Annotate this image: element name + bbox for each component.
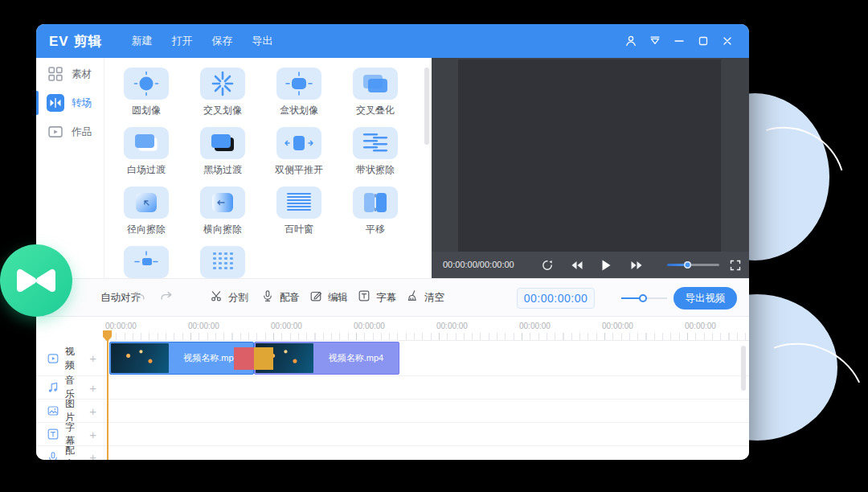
transitions-scrollbar[interactable] <box>424 68 429 145</box>
video-preview-area <box>432 58 749 252</box>
track-row-image: 图片+ <box>36 400 749 423</box>
track-header: 图片+ <box>36 400 104 422</box>
text-t-icon <box>358 289 371 305</box>
clear-button[interactable]: 清空 <box>406 279 444 316</box>
transition-circle-wipe[interactable]: 圆划像 <box>124 68 200 117</box>
transition-cross-dissolve[interactable]: 交叉叠化 <box>353 68 429 117</box>
clip-thumbnail <box>111 343 169 373</box>
timeline-zoom-knob[interactable] <box>639 294 647 302</box>
sidebar-item-label: 作品 <box>72 125 92 139</box>
mosaic-icon <box>200 246 245 278</box>
ruler-label: 00:00:00 <box>271 322 302 330</box>
menu-item[interactable]: 打开 <box>171 34 192 48</box>
edit-button[interactable]: 编辑 <box>309 279 348 316</box>
transition-white-fade[interactable]: 白场过渡 <box>124 127 200 177</box>
track-body[interactable] <box>104 423 749 445</box>
transition-mosaic[interactable] <box>200 246 276 278</box>
fullscreen-icon[interactable] <box>729 252 742 278</box>
ruler-ticks <box>104 333 749 340</box>
video-clip-1[interactable]: 视频名称.mp4 <box>109 342 254 375</box>
timeline-vertical-scrollbar[interactable] <box>741 346 746 391</box>
main-content-row: 素材转场作品 圆划像交叉划像盒状划像交叉叠化白场过渡黑场过渡双侧平推开带状擦除径… <box>36 58 749 278</box>
transition-box-wipe[interactable]: 盒状划像 <box>276 68 353 117</box>
pan-icon <box>353 187 398 219</box>
menu-item[interactable]: 保存 <box>211 34 232 48</box>
white-fade-icon <box>124 127 169 159</box>
edit-toolbar: 自动对齐 分割 配音 编辑 字幕 清空 00:00:00:00 <box>36 278 749 317</box>
play-icon[interactable] <box>600 252 612 278</box>
transition-radial-wipe[interactable]: 径向擦除 <box>124 187 200 236</box>
black-fade-icon <box>200 127 245 159</box>
band-wipe-icon <box>353 127 398 159</box>
playhead-line <box>107 336 108 460</box>
transition-band-wipe[interactable]: 带状擦除 <box>353 127 429 177</box>
add-track-button[interactable]: + <box>89 450 96 460</box>
track-body[interactable]: 视频名称.mp4视频名称.mp4 <box>104 341 749 375</box>
timecode-display: 00:00:00:00 <box>517 288 595 309</box>
timeline-ruler[interactable]: 00:00:0000:00:0000:00:0000:00:0000:00:00… <box>104 317 749 341</box>
sidebar-item-transition[interactable]: 转场 <box>36 88 104 117</box>
transition-cross-wipe[interactable]: 交叉划像 <box>200 68 276 117</box>
scissors-icon <box>210 289 223 305</box>
dub-label: 配音 <box>280 291 300 305</box>
transition-push-open[interactable]: 双侧平推开 <box>276 127 353 177</box>
split-button[interactable]: 分割 <box>210 279 248 316</box>
export-video-button[interactable]: 导出视频 <box>674 287 737 310</box>
transition-push-out[interactable] <box>124 246 200 278</box>
window-controls <box>624 24 734 58</box>
transition-pan[interactable]: 平移 <box>353 187 429 236</box>
dub-button[interactable]: 配音 <box>261 279 300 316</box>
track-body[interactable] <box>104 376 749 399</box>
minimize-icon[interactable] <box>673 35 686 47</box>
transition-marker-orange[interactable] <box>254 347 273 370</box>
redo-button[interactable] <box>160 279 174 316</box>
horizontal-wipe-icon <box>200 187 245 219</box>
add-track-button[interactable]: + <box>89 404 96 418</box>
transition-horizontal-wipe[interactable]: 横向擦除 <box>200 187 276 236</box>
track-body[interactable] <box>104 400 749 422</box>
add-track-button[interactable]: + <box>89 381 96 395</box>
video-clip-2[interactable]: 视频名称.mp4 <box>254 342 399 375</box>
transition-label: 黑场过渡 <box>190 163 255 177</box>
loop-icon[interactable] <box>541 252 554 278</box>
track-row-music: 音乐+ <box>36 376 749 400</box>
menu-item[interactable]: 导出 <box>252 34 272 48</box>
subtitle-button[interactable]: 字幕 <box>358 279 396 316</box>
timeline-zoom-slider[interactable] <box>621 297 667 299</box>
fast-forward-icon[interactable] <box>629 252 644 278</box>
transition-label: 径向擦除 <box>114 223 178 236</box>
add-track-button[interactable]: + <box>89 351 96 365</box>
main-menu: 新建打开保存导出 <box>131 34 272 48</box>
user-account-icon[interactable] <box>624 35 637 47</box>
track-body[interactable] <box>104 446 749 460</box>
transition-label: 交叉划像 <box>190 104 255 117</box>
sidebar-item-works[interactable]: 作品 <box>36 117 104 146</box>
ruler-label: 00:00:00 <box>354 322 385 330</box>
transition-label: 白场过渡 <box>114 163 178 177</box>
menu-item[interactable]: 新建 <box>131 34 152 48</box>
clear-label: 清空 <box>424 291 444 305</box>
track-row-subtitle: 字幕+ <box>36 423 749 446</box>
rewind-icon[interactable] <box>570 252 584 278</box>
close-icon[interactable] <box>721 35 734 47</box>
skin-icon[interactable] <box>649 35 661 47</box>
undo-button[interactable] <box>131 279 145 316</box>
sidebar-item-label: 素材 <box>72 68 92 81</box>
transition-black-fade[interactable]: 黑场过渡 <box>200 127 276 177</box>
cross-dissolve-icon <box>353 68 398 100</box>
volume-slider-knob[interactable] <box>684 261 691 269</box>
add-track-button[interactable]: + <box>89 428 96 441</box>
transition-label: 圆划像 <box>114 104 178 117</box>
volume-slider[interactable] <box>667 264 719 266</box>
transition-label: 交叉叠化 <box>343 104 407 117</box>
transition-blinds[interactable]: 百叶窗 <box>276 187 353 236</box>
push-out-icon <box>124 246 169 278</box>
transition-label: 双侧平推开 <box>267 163 331 177</box>
microphone-icon <box>261 289 274 305</box>
transitions-grid: 圆划像交叉划像盒状划像交叉叠化白场过渡黑场过渡双侧平推开带状擦除径向擦除横向擦除… <box>104 58 432 278</box>
edit-pen-icon <box>309 289 322 305</box>
sidebar-item-material[interactable]: 素材 <box>36 59 104 88</box>
maximize-icon[interactable] <box>697 35 710 47</box>
transition-marker-red[interactable] <box>234 347 254 370</box>
video-screen <box>458 59 721 252</box>
